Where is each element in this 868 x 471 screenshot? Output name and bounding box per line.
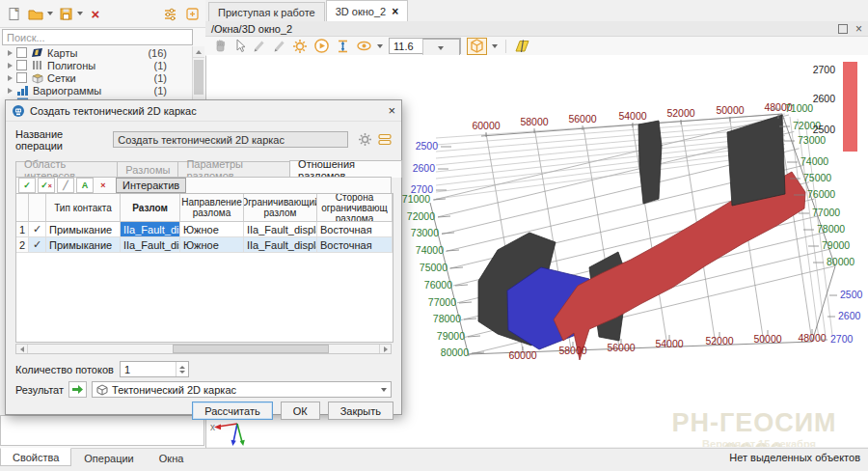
axis-tick-label: 58000 [520, 116, 548, 127]
cell-direction[interactable]: Южное [180, 222, 244, 237]
auto-select-icon[interactable]: A [76, 178, 94, 193]
table-horizontal-scrollbar[interactable] [15, 344, 392, 354]
tab-fault-parameters[interactable]: Параметры разломов [177, 161, 290, 178]
expand-caret-icon[interactable] [8, 75, 13, 81]
column-header-direction[interactable]: Направление разлома [180, 194, 244, 222]
close-window-icon[interactable]: × [855, 22, 862, 36]
result-label: Результат [15, 384, 64, 396]
column-header-fault[interactable]: Разлом [121, 194, 180, 222]
tab-properties[interactable]: Свойства [0, 448, 71, 466]
cell-bounding-fault[interactable]: IIa_Fault_displacem... [244, 222, 317, 237]
surface-fault-dark-top[interactable] [638, 121, 662, 204]
eye-dropdown-caret[interactable] [377, 44, 383, 48]
save-dropdown-caret[interactable] [77, 12, 83, 15]
cell-direction[interactable]: Южное [180, 237, 244, 253]
result-arrow-button[interactable] [68, 381, 87, 398]
scrollbar-thumb[interactable] [194, 60, 203, 95]
expand-caret-icon[interactable] [8, 50, 13, 56]
filter-settings-icon[interactable] [160, 4, 179, 23]
tab-windows[interactable]: Окна [147, 449, 197, 467]
edit-pencil-icon[interactable] [272, 38, 286, 54]
cell-fault-selected[interactable]: IIa_Fault_displa... [121, 222, 180, 237]
tree-item-maps[interactable]: Карты (16) [0, 46, 192, 59]
fault-plane-icon[interactable] [514, 38, 530, 54]
close-button[interactable]: Закрыть [328, 402, 393, 420]
open-folder-button[interactable] [26, 4, 45, 23]
search-box[interactable] [2, 29, 193, 45]
vertical-scale-icon[interactable] [336, 38, 350, 54]
check-remove-icon[interactable]: ✓× [38, 178, 55, 193]
select-cursor-icon[interactable] [233, 38, 246, 54]
tab-getting-started[interactable]: Приступая к работе [208, 2, 325, 21]
column-header[interactable] [16, 194, 29, 222]
restore-window-icon[interactable] [838, 24, 848, 34]
cell-bounding-fault[interactable]: IIa_Fault_displacem... [244, 237, 317, 253]
open-dropdown-caret[interactable] [47, 12, 53, 15]
cell-contact-type[interactable]: Примыкание [46, 237, 121, 253]
scroll-right-icon[interactable] [379, 345, 391, 353]
expand-caret-icon[interactable] [8, 63, 13, 69]
fault-relations-table[interactable]: Тип контакта Разлом Направление разлома … [15, 193, 393, 343]
search-input[interactable] [3, 30, 192, 44]
result-combo[interactable]: Тектонический 2D каркас [92, 381, 392, 398]
scale-combo[interactable]: 11.6 [389, 38, 461, 54]
operation-name-value: Создать тектонический 2D каркас [118, 134, 285, 146]
ok-button[interactable]: ОК [281, 402, 320, 420]
calculate-button[interactable]: Рассчитать [192, 402, 272, 420]
checkbox[interactable] [16, 72, 27, 83]
cell-bounding-side[interactable]: Восточная [317, 222, 393, 237]
cube-dropdown-caret[interactable] [492, 44, 498, 48]
cell-fault[interactable]: IIa_Fault_displa... [121, 237, 180, 253]
axis-tick-label: 72000 [407, 210, 435, 222]
play-icon[interactable] [313, 38, 330, 54]
remove-red-icon[interactable]: × [95, 179, 111, 192]
draw-pencil-icon[interactable] [252, 38, 266, 54]
tab-area-of-interest[interactable]: Область интересов [15, 161, 118, 178]
axis-tick-label: 2500 [416, 140, 439, 152]
clear-diagonal-icon[interactable]: ╱ [57, 178, 74, 193]
pan-hand-icon[interactable] [213, 38, 228, 54]
close-tab-icon[interactable]: × [392, 7, 398, 16]
presets-layers-icon[interactable] [377, 133, 392, 146]
scroll-up-icon[interactable] [193, 46, 204, 58]
dialog-settings-gear-icon[interactable] [358, 132, 371, 147]
threads-spinner[interactable]: 1 [120, 361, 189, 377]
tab-fault-relations[interactable]: Отношения разломов [289, 160, 402, 178]
column-header-contact-type[interactable]: Тип контакта [46, 194, 121, 222]
tab-faults[interactable]: Разломы [117, 161, 178, 178]
save-button[interactable] [56, 4, 75, 23]
add-panel-button[interactable] [182, 4, 202, 23]
surface-fault-dark-topright[interactable] [727, 115, 785, 206]
scrollbar-thumb[interactable] [173, 345, 329, 353]
visibility-eye-icon[interactable] [356, 38, 372, 54]
view-cube-button[interactable] [467, 38, 487, 55]
tab-3d-window[interactable]: 3D окно_2 × [326, 0, 409, 21]
interactive-toggle[interactable]: Интерактив [116, 178, 186, 193]
cell-bounding-side[interactable]: Восточная [317, 237, 393, 253]
result-dropdown-caret[interactable] [381, 388, 387, 392]
delete-button[interactable]: × [86, 4, 105, 23]
checkbox[interactable] [16, 47, 27, 58]
settings-gear-icon[interactable] [292, 38, 308, 54]
cell-contact-type[interactable]: Примыкание [46, 222, 121, 237]
tab-operations[interactable]: Операции [71, 449, 146, 467]
row-checkbox[interactable]: ✓ [29, 222, 46, 237]
operation-name-field[interactable]: Создать тектонический 2D каркас [113, 131, 348, 148]
tree-item-polygons[interactable]: Полигоны (1) [0, 59, 192, 71]
tree-item-grids[interactable]: Сетки (1) [0, 71, 192, 84]
expand-caret-icon[interactable] [8, 88, 13, 94]
column-header[interactable] [29, 194, 46, 222]
tree-item-variograms[interactable]: Вариограммы (1) [0, 84, 192, 97]
checkbox[interactable] [16, 60, 27, 70]
new-document-button[interactable] [4, 4, 23, 23]
tree-item-label: Полигоны [47, 60, 150, 71]
dialog-title-bar[interactable]: Создать тектонический 2D каркас × [6, 100, 401, 122]
dialog-close-icon[interactable]: × [388, 103, 395, 118]
column-header-bounding-side[interactable]: Сторона ограничивающ разлома [317, 194, 393, 222]
row-checkbox[interactable]: ✓ [29, 237, 46, 253]
column-header-bounding-fault[interactable]: Ограничивающий разлом [244, 194, 317, 222]
axis-tick-label: 78000 [433, 313, 461, 324]
spinner-arrows[interactable] [176, 362, 188, 376]
scroll-left-icon[interactable] [16, 345, 28, 353]
check-all-icon[interactable]: ✓ [18, 178, 36, 193]
